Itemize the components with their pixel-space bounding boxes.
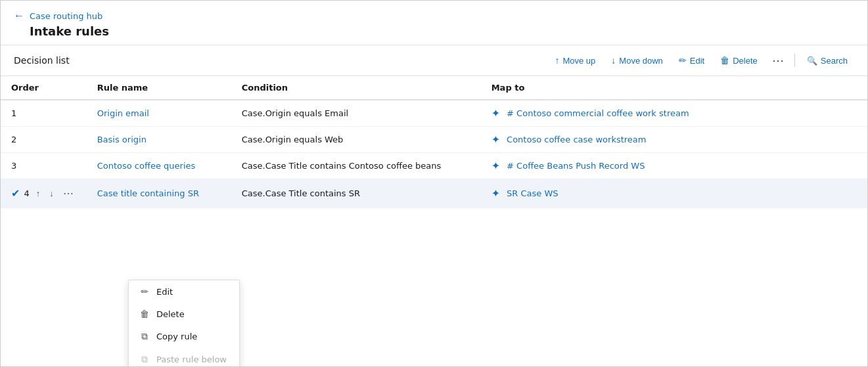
row-order-4: 4	[24, 188, 29, 198]
order-cell: 2	[1, 127, 87, 153]
context-edit-label: Edit	[156, 287, 173, 297]
toolbar-separator	[794, 54, 795, 67]
col-mapto: Map to	[481, 76, 867, 100]
map-icon-2: ✦	[491, 133, 500, 146]
context-menu-paste: ⧉ Paste rule below	[129, 348, 239, 366]
edit-label: Edit	[690, 56, 704, 66]
page-title: Intake rules	[30, 24, 854, 38]
header: ← Case routing hub Intake rules	[1, 1, 867, 45]
mapto-cell: ✦ # Contoso commercial coffee work strea…	[481, 100, 867, 127]
decision-list-label: Decision list	[14, 55, 70, 66]
breadcrumb-row: ← Case routing hub	[14, 10, 854, 22]
condition-cell: Case.Origin equals Web	[231, 127, 481, 153]
delete-label: Delete	[733, 56, 758, 66]
table-row[interactable]: 2 Basis origin Case.Origin equals Web ✦ …	[1, 127, 867, 153]
row-check-icon: ✔	[11, 187, 20, 200]
move-down-button[interactable]: ↓ Move down	[605, 51, 669, 70]
more-options-button[interactable]: ⋯	[767, 51, 789, 70]
row-order-1: 1	[11, 108, 16, 118]
mapto-cell-selected: ✦ SR Case WS	[481, 179, 867, 208]
table-row[interactable]: ✔ 4 ↑ ↓ ⋯ Case title containing SR Case.…	[1, 179, 867, 208]
move-up-label: Move up	[562, 56, 595, 66]
rulename-cell-selected: Case title containing SR	[87, 179, 231, 208]
move-up-button[interactable]: ↑ Move up	[548, 51, 602, 70]
map-icon-1: ✦	[491, 107, 500, 119]
mapto-cell: ✦ Contoso coffee case workstream	[481, 127, 867, 153]
rule-link-4[interactable]: Case title containing SR	[97, 188, 199, 198]
context-menu: ✏ Edit 🗑 Delete ⧉ Copy rule ⧉ Paste rule…	[128, 280, 240, 366]
edit-icon: ✏	[679, 55, 687, 66]
breadcrumb: Case routing hub	[30, 11, 103, 21]
rule-link-1[interactable]: Origin email	[97, 108, 149, 118]
context-delete-icon: 🗑	[139, 309, 150, 319]
context-paste-icon: ⧉	[139, 354, 150, 365]
context-copy-label: Copy rule	[156, 332, 197, 341]
col-rulename: Rule name	[87, 76, 231, 100]
map-icon-4: ✦	[491, 187, 500, 200]
app-window: ← Case routing hub Intake rules Decision…	[0, 0, 868, 367]
context-copy-icon: ⧉	[139, 331, 150, 342]
edit-button[interactable]: ✏ Edit	[672, 51, 711, 70]
condition-cell: Case.Case Title contains Contoso coffee …	[231, 153, 481, 179]
mapto-link-3[interactable]: # Coffee Beans Push Record WS	[507, 161, 645, 171]
map-icon-3: ✦	[491, 160, 500, 172]
back-icon: ←	[14, 10, 24, 22]
row-order-2: 2	[11, 135, 16, 144]
table-header-row: Order Rule name Condition Map to	[1, 76, 867, 100]
more-icon: ⋯	[772, 54, 784, 67]
context-menu-edit[interactable]: ✏ Edit	[129, 280, 239, 303]
rules-table: Order Rule name Condition Map to 1 Origi…	[1, 76, 867, 208]
col-condition: Condition	[231, 76, 481, 100]
move-down-icon: ↓	[611, 55, 616, 66]
rulename-cell: Basis origin	[87, 127, 231, 153]
move-up-icon: ↑	[555, 55, 559, 66]
row-move-up-button[interactable]: ↑	[34, 187, 43, 200]
context-edit-icon: ✏	[139, 286, 150, 297]
context-paste-label: Paste rule below	[156, 355, 227, 364]
table-row[interactable]: 3 Contoso coffee queries Case.Case Title…	[1, 153, 867, 179]
rulename-cell: Contoso coffee queries	[87, 153, 231, 179]
table-container: Order Rule name Condition Map to 1 Origi…	[1, 76, 867, 366]
mapto-link-2[interactable]: Contoso coffee case workstream	[507, 135, 646, 144]
order-cell: 3	[1, 153, 87, 179]
back-button[interactable]: ←	[14, 10, 24, 22]
row-move-down-button[interactable]: ↓	[47, 187, 57, 200]
row-order-3: 3	[11, 161, 16, 171]
move-down-label: Move down	[619, 56, 662, 66]
row-more-button[interactable]: ⋯	[60, 186, 76, 201]
mapto-link-4[interactable]: SR Case WS	[507, 188, 558, 198]
search-label: Search	[821, 56, 848, 66]
mapto-link-1[interactable]: # Contoso commercial coffee work stream	[507, 108, 689, 118]
rule-link-3[interactable]: Contoso coffee queries	[97, 161, 196, 171]
delete-icon: 🗑	[720, 55, 729, 66]
condition-cell-selected: Case.Case Title contains SR	[231, 179, 481, 208]
search-button[interactable]: 🔍 Search	[800, 52, 854, 70]
toolbar-actions: ↑ Move up ↓ Move down ✏ Edit 🗑 Delete ⋯ …	[548, 51, 854, 70]
rule-link-2[interactable]: Basis origin	[97, 135, 147, 144]
context-menu-copy[interactable]: ⧉ Copy rule	[129, 325, 239, 348]
mapto-cell: ✦ # Coffee Beans Push Record WS	[481, 153, 867, 179]
rulename-cell: Origin email	[87, 100, 231, 127]
condition-cell: Case.Origin equals Email	[231, 100, 481, 127]
toolbar: Decision list ↑ Move up ↓ Move down ✏ Ed…	[1, 45, 867, 76]
order-cell: 1	[1, 100, 87, 127]
context-menu-delete[interactable]: 🗑 Delete	[129, 303, 239, 325]
order-cell-selected: ✔ 4 ↑ ↓ ⋯	[1, 179, 87, 208]
search-icon: 🔍	[807, 56, 817, 66]
context-delete-label: Delete	[156, 309, 185, 319]
delete-button[interactable]: 🗑 Delete	[714, 51, 764, 70]
table-row[interactable]: 1 Origin email Case.Origin equals Email …	[1, 100, 867, 127]
col-order: Order	[1, 76, 87, 100]
